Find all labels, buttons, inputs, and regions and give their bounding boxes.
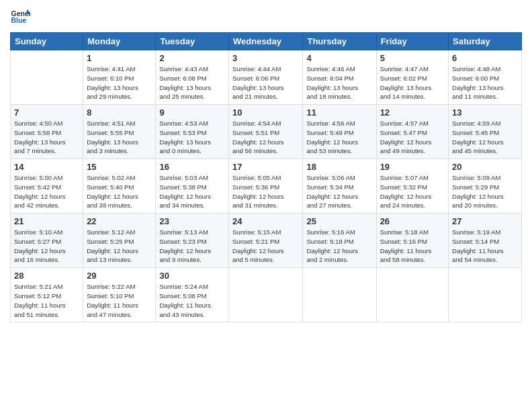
calendar-cell: 8Sunrise: 4:51 AM Sunset: 5:55 PM Daylig… <box>83 105 156 159</box>
day-info: Sunrise: 4:50 AM Sunset: 5:58 PM Dayligh… <box>14 119 79 156</box>
day-number: 2 <box>159 53 225 63</box>
day-info: Sunrise: 5:02 AM Sunset: 5:40 PM Dayligh… <box>87 173 152 210</box>
weekday-header-cell: Sunday <box>11 33 83 50</box>
day-number: 13 <box>452 107 518 118</box>
day-number: 12 <box>380 107 445 118</box>
calendar-cell: 22Sunrise: 5:12 AM Sunset: 5:25 PM Dayli… <box>83 214 156 268</box>
weekday-header-cell: Wednesday <box>229 33 303 50</box>
calendar-cell: 20Sunrise: 5:09 AM Sunset: 5:29 PM Dayli… <box>449 159 522 214</box>
calendar-cell: 9Sunrise: 4:53 AM Sunset: 5:53 PM Daylig… <box>156 105 229 159</box>
calendar-week-row: 21Sunrise: 5:10 AM Sunset: 5:27 PM Dayli… <box>11 214 522 268</box>
day-info: Sunrise: 4:48 AM Sunset: 6:00 PM Dayligh… <box>452 64 518 101</box>
day-info: Sunrise: 4:56 AM Sunset: 5:49 PM Dayligh… <box>306 119 372 156</box>
calendar-cell: 17Sunrise: 5:05 AM Sunset: 5:36 PM Dayli… <box>229 159 303 214</box>
day-number: 8 <box>87 107 152 118</box>
weekday-header-cell: Friday <box>376 33 448 50</box>
day-number: 6 <box>452 53 518 63</box>
day-info: Sunrise: 5:03 AM Sunset: 5:38 PM Dayligh… <box>159 173 225 210</box>
calendar-cell: 16Sunrise: 5:03 AM Sunset: 5:38 PM Dayli… <box>156 159 229 214</box>
day-info: Sunrise: 5:21 AM Sunset: 5:12 PM Dayligh… <box>14 282 79 319</box>
calendar-cell: 21Sunrise: 5:10 AM Sunset: 5:27 PM Dayli… <box>11 214 83 268</box>
day-number: 4 <box>306 53 372 63</box>
day-info: Sunrise: 5:22 AM Sunset: 5:10 PM Dayligh… <box>87 282 152 319</box>
logo: General Blue <box>10 7 30 27</box>
page-header: General Blue <box>10 7 522 27</box>
calendar-cell: 1Sunrise: 4:41 AM Sunset: 6:10 PM Daylig… <box>83 50 156 105</box>
day-info: Sunrise: 5:16 AM Sunset: 5:18 PM Dayligh… <box>306 228 372 265</box>
calendar-cell: 29Sunrise: 5:22 AM Sunset: 5:10 PM Dayli… <box>83 268 156 322</box>
weekday-header-cell: Saturday <box>449 33 522 50</box>
day-info: Sunrise: 4:44 AM Sunset: 6:06 PM Dayligh… <box>232 64 299 101</box>
day-info: Sunrise: 5:09 AM Sunset: 5:29 PM Dayligh… <box>452 173 518 210</box>
calendar-week-row: 1Sunrise: 4:41 AM Sunset: 6:10 PM Daylig… <box>11 50 522 105</box>
day-number: 30 <box>159 271 225 281</box>
day-number: 16 <box>159 162 225 172</box>
calendar-cell <box>449 268 522 322</box>
calendar-table: SundayMondayTuesdayWednesdayThursdayFrid… <box>10 32 522 322</box>
day-number: 23 <box>159 216 225 226</box>
day-info: Sunrise: 5:12 AM Sunset: 5:25 PM Dayligh… <box>87 228 152 265</box>
day-info: Sunrise: 4:57 AM Sunset: 5:47 PM Dayligh… <box>380 119 445 156</box>
day-number: 18 <box>306 162 372 172</box>
svg-text:Blue: Blue <box>11 16 27 24</box>
day-info: Sunrise: 4:53 AM Sunset: 5:53 PM Dayligh… <box>159 119 225 156</box>
day-number: 25 <box>306 216 372 226</box>
day-info: Sunrise: 5:06 AM Sunset: 5:34 PM Dayligh… <box>306 173 372 210</box>
day-number: 29 <box>87 271 152 281</box>
calendar-body: 1Sunrise: 4:41 AM Sunset: 6:10 PM Daylig… <box>11 50 522 322</box>
calendar-cell: 6Sunrise: 4:48 AM Sunset: 6:00 PM Daylig… <box>449 50 522 105</box>
calendar-cell <box>303 268 376 322</box>
calendar-cell: 24Sunrise: 5:15 AM Sunset: 5:21 PM Dayli… <box>229 214 303 268</box>
calendar-cell: 15Sunrise: 5:02 AM Sunset: 5:40 PM Dayli… <box>83 159 156 214</box>
calendar-cell: 23Sunrise: 5:13 AM Sunset: 5:23 PM Dayli… <box>156 214 229 268</box>
calendar-cell: 10Sunrise: 4:54 AM Sunset: 5:51 PM Dayli… <box>229 105 303 159</box>
day-number: 28 <box>14 271 79 281</box>
calendar-cell: 3Sunrise: 4:44 AM Sunset: 6:06 PM Daylig… <box>229 50 303 105</box>
day-info: Sunrise: 5:13 AM Sunset: 5:23 PM Dayligh… <box>159 228 225 265</box>
day-info: Sunrise: 5:00 AM Sunset: 5:42 PM Dayligh… <box>14 173 79 210</box>
day-number: 7 <box>14 107 79 118</box>
calendar-cell: 27Sunrise: 5:19 AM Sunset: 5:14 PM Dayli… <box>449 214 522 268</box>
day-number: 19 <box>380 162 445 172</box>
day-info: Sunrise: 4:47 AM Sunset: 6:02 PM Dayligh… <box>380 64 445 101</box>
day-number: 3 <box>232 53 299 63</box>
calendar-week-row: 14Sunrise: 5:00 AM Sunset: 5:42 PM Dayli… <box>11 159 522 214</box>
day-info: Sunrise: 5:18 AM Sunset: 5:16 PM Dayligh… <box>380 228 445 265</box>
calendar-week-row: 28Sunrise: 5:21 AM Sunset: 5:12 PM Dayli… <box>11 268 522 322</box>
day-number: 14 <box>14 162 79 172</box>
day-number: 26 <box>380 216 445 226</box>
day-number: 20 <box>452 162 518 172</box>
calendar-cell: 19Sunrise: 5:07 AM Sunset: 5:32 PM Dayli… <box>376 159 448 214</box>
day-number: 9 <box>159 107 225 118</box>
calendar-cell: 12Sunrise: 4:57 AM Sunset: 5:47 PM Dayli… <box>376 105 448 159</box>
calendar-cell <box>229 268 303 322</box>
calendar-cell: 4Sunrise: 4:46 AM Sunset: 6:04 PM Daylig… <box>303 50 376 105</box>
calendar-cell: 28Sunrise: 5:21 AM Sunset: 5:12 PM Dayli… <box>11 268 83 322</box>
day-info: Sunrise: 5:19 AM Sunset: 5:14 PM Dayligh… <box>452 228 518 265</box>
day-number: 11 <box>306 107 372 118</box>
calendar-cell: 5Sunrise: 4:47 AM Sunset: 6:02 PM Daylig… <box>376 50 448 105</box>
day-number: 21 <box>14 216 79 226</box>
calendar-cell: 7Sunrise: 4:50 AM Sunset: 5:58 PM Daylig… <box>11 105 83 159</box>
calendar-cell: 26Sunrise: 5:18 AM Sunset: 5:16 PM Dayli… <box>376 214 448 268</box>
day-number: 1 <box>87 53 152 63</box>
day-info: Sunrise: 4:51 AM Sunset: 5:55 PM Dayligh… <box>87 119 152 156</box>
day-number: 22 <box>87 216 152 226</box>
calendar-cell: 14Sunrise: 5:00 AM Sunset: 5:42 PM Dayli… <box>11 159 83 214</box>
day-number: 17 <box>232 162 299 172</box>
day-info: Sunrise: 4:46 AM Sunset: 6:04 PM Dayligh… <box>306 64 372 101</box>
calendar-cell <box>11 50 83 105</box>
day-number: 15 <box>87 162 152 172</box>
day-number: 5 <box>380 53 445 63</box>
day-info: Sunrise: 5:10 AM Sunset: 5:27 PM Dayligh… <box>14 228 79 265</box>
day-info: Sunrise: 5:07 AM Sunset: 5:32 PM Dayligh… <box>380 173 445 210</box>
weekday-header-cell: Monday <box>83 33 156 50</box>
day-info: Sunrise: 5:05 AM Sunset: 5:36 PM Dayligh… <box>232 173 299 210</box>
day-info: Sunrise: 4:41 AM Sunset: 6:10 PM Dayligh… <box>87 64 152 101</box>
calendar-cell: 13Sunrise: 4:59 AM Sunset: 5:45 PM Dayli… <box>449 105 522 159</box>
calendar-week-row: 7Sunrise: 4:50 AM Sunset: 5:58 PM Daylig… <box>11 105 522 159</box>
day-info: Sunrise: 4:43 AM Sunset: 6:08 PM Dayligh… <box>159 64 225 101</box>
day-info: Sunrise: 4:59 AM Sunset: 5:45 PM Dayligh… <box>452 119 518 156</box>
logo-icon: General Blue <box>10 7 30 27</box>
day-number: 24 <box>232 216 299 226</box>
